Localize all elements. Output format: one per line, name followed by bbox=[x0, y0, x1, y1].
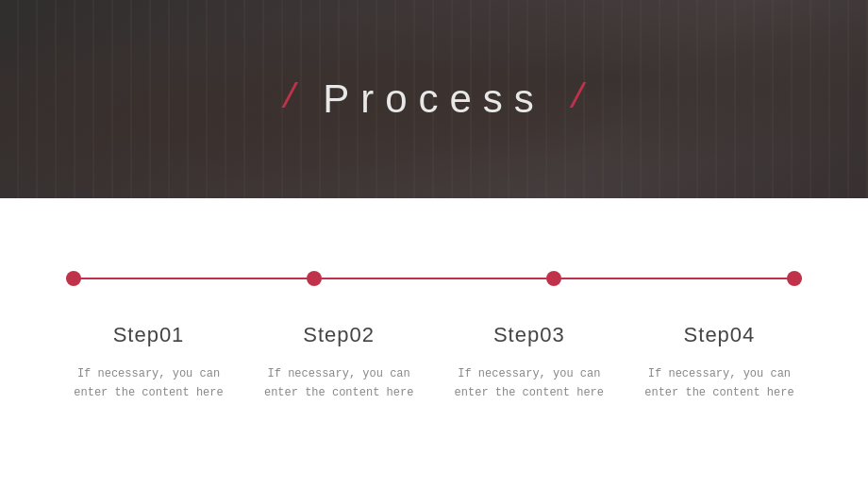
step-item-4: Step04 If necessary, you can enter the c… bbox=[637, 323, 802, 403]
step-dot-4 bbox=[787, 271, 802, 286]
page-title: Process bbox=[323, 76, 545, 122]
header-section: / Process / bbox=[0, 0, 868, 198]
step-desc-3: If necessary, you can enter the content … bbox=[446, 364, 611, 403]
step-desc-4: If necessary, you can enter the content … bbox=[637, 364, 802, 403]
step-title-2: Step02 bbox=[257, 323, 422, 347]
step-dot-3 bbox=[546, 271, 561, 286]
step-item-2: Step02 If necessary, you can enter the c… bbox=[257, 323, 422, 403]
steps-labels: Step01 If necessary, you can enter the c… bbox=[66, 323, 802, 403]
step-dot-1 bbox=[66, 271, 81, 286]
steps-section: Step01 If necessary, you can enter the c… bbox=[0, 198, 868, 489]
step-desc-1: If necessary, you can enter the content … bbox=[66, 364, 231, 403]
step-item-1: Step01 If necessary, you can enter the c… bbox=[66, 323, 231, 403]
timeline-dots bbox=[66, 271, 802, 286]
step-title-4: Step04 bbox=[637, 323, 802, 347]
timeline bbox=[66, 245, 802, 312]
step-dot-2 bbox=[307, 271, 322, 286]
step-item-3: Step03 If necessary, you can enter the c… bbox=[446, 323, 611, 403]
step-title-1: Step01 bbox=[66, 323, 231, 347]
step-title-3: Step03 bbox=[446, 323, 611, 347]
decorator-left-icon: / bbox=[280, 82, 301, 116]
header-content: / Process / bbox=[0, 0, 868, 198]
decorator-right-icon: / bbox=[568, 82, 589, 116]
step-desc-2: If necessary, you can enter the content … bbox=[257, 364, 422, 403]
